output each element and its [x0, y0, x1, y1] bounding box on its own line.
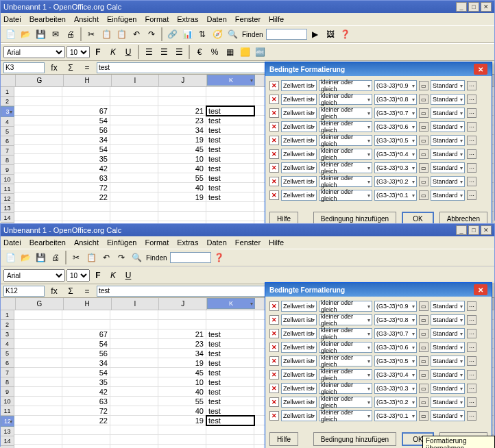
delete-condition-button[interactable]: ✕ — [269, 315, 279, 325]
cell[interactable] — [62, 320, 110, 329]
cell[interactable]: 10 — [158, 377, 206, 387]
new-style-icon[interactable]: ⋯ — [467, 329, 476, 338]
col-head[interactable]: J — [159, 75, 207, 86]
delete-condition-button[interactable]: ✕ — [269, 370, 279, 379]
shrink-icon[interactable]: ▭ — [419, 108, 428, 118]
cell[interactable] — [14, 310, 62, 320]
cell[interactable]: test — [206, 164, 254, 173]
navigator-icon[interactable]: 🧭 — [210, 27, 224, 41]
style-select[interactable]: Standard — [431, 410, 465, 421]
style-select[interactable]: Standard — [431, 356, 465, 366]
style-select[interactable]: Standard — [431, 121, 465, 132]
condition-operator-select[interactable]: kleiner oder gleich — [319, 410, 372, 421]
mail-icon[interactable]: ✉ — [49, 27, 62, 41]
new-style-icon[interactable]: ⋯ — [467, 384, 476, 393]
condition-formula-input[interactable]: (G3-J3)*0.3 — [374, 383, 417, 394]
new-style-icon[interactable]: ⋯ — [467, 397, 476, 407]
shrink-icon[interactable]: ▭ — [419, 397, 428, 407]
sum-icon[interactable]: Σ — [64, 284, 77, 298]
cell[interactable] — [158, 445, 206, 448]
cell[interactable]: test — [206, 416, 254, 425]
condition-formula-input[interactable]: (G3-J3)*0.6 — [374, 342, 417, 353]
cell[interactable] — [14, 445, 62, 448]
condition-operator-select[interactable]: kleiner oder gleich — [319, 190, 372, 201]
cell[interactable]: test — [206, 106, 254, 116]
shrink-icon[interactable]: ▭ — [419, 95, 428, 104]
menu-bearbeiten[interactable]: Bearbeiten — [29, 15, 66, 23]
cell[interactable] — [14, 87, 62, 97]
condition-type-select[interactable]: Zellwert ist — [281, 314, 317, 325]
link-icon[interactable]: 🔗 — [165, 27, 179, 41]
row-head[interactable]: 10 — [1, 397, 14, 406]
cell[interactable]: 35 — [62, 377, 110, 387]
cell[interactable] — [14, 435, 62, 445]
bgcolor-icon[interactable]: 🟨 — [238, 45, 252, 59]
col-head[interactable]: K — [207, 75, 255, 86]
condition-operator-select[interactable]: kleiner oder gleich — [319, 108, 372, 119]
cell[interactable]: test — [206, 135, 254, 145]
new-icon[interactable]: 📄 — [3, 27, 17, 41]
condition-formula-input[interactable]: (G3-J3)*0.5 — [374, 135, 417, 146]
cell[interactable] — [14, 368, 62, 377]
cell[interactable] — [110, 425, 158, 435]
font-size-select[interactable]: 10 — [67, 269, 90, 282]
new-style-icon[interactable]: ⋯ — [467, 95, 476, 104]
cell[interactable] — [14, 116, 62, 125]
cell[interactable] — [62, 212, 110, 221]
row-head[interactable]: 6 — [1, 358, 14, 368]
row-head[interactable]: 5 — [1, 127, 14, 136]
cell[interactable] — [206, 202, 254, 212]
align-left-icon[interactable]: ☰ — [142, 45, 156, 59]
cell[interactable] — [62, 310, 110, 320]
style-select[interactable]: Standard — [431, 176, 465, 187]
cell[interactable] — [14, 202, 62, 212]
menu-daten[interactable]: Daten — [206, 238, 226, 247]
find-input[interactable] — [266, 29, 307, 40]
select-all-corner[interactable] — [1, 298, 16, 310]
add-condition-button[interactable]: Bedingung hinzufügen — [313, 432, 397, 446]
menu-extras[interactable]: Extras — [177, 238, 198, 247]
cell[interactable] — [158, 320, 206, 329]
cell[interactable] — [62, 87, 110, 97]
cell[interactable] — [62, 435, 110, 445]
cell[interactable] — [110, 154, 158, 164]
cell[interactable]: test — [206, 183, 254, 192]
condition-operator-select[interactable]: kleiner oder gleich — [319, 135, 372, 146]
cell[interactable] — [110, 397, 158, 406]
condition-operator-select[interactable]: kleiner oder gleich — [319, 369, 372, 380]
cell[interactable] — [14, 397, 62, 406]
row-head[interactable]: 3 — [1, 106, 14, 117]
col-head[interactable]: G — [16, 75, 64, 86]
cell[interactable]: 42 — [62, 387, 110, 397]
cell[interactable] — [14, 329, 62, 339]
condition-type-select[interactable]: Zellwert ist — [281, 121, 317, 132]
minimize-button[interactable]: _ — [456, 2, 467, 12]
cell[interactable] — [14, 183, 62, 192]
new-style-icon[interactable]: ⋯ — [467, 301, 476, 311]
condition-type-select[interactable]: Zellwert ist — [281, 162, 317, 173]
condition-type-select[interactable]: Zellwert ist — [281, 369, 317, 380]
bold-icon[interactable]: F — [91, 269, 105, 282]
cell[interactable]: 72 — [62, 183, 110, 192]
shrink-icon[interactable]: ▭ — [419, 136, 428, 145]
condition-operator-select[interactable]: kleiner oder gleich — [319, 94, 372, 105]
row-head[interactable]: 8 — [1, 377, 14, 387]
condition-operator-select[interactable]: kleiner oder gleich — [319, 314, 372, 325]
cell[interactable]: test — [206, 387, 254, 397]
cell[interactable] — [110, 329, 158, 339]
condition-type-select[interactable]: Zellwert ist — [281, 108, 317, 119]
menu-format[interactable]: Format — [145, 238, 169, 247]
fx-icon[interactable]: fx — [47, 284, 61, 298]
delete-condition-button[interactable]: ✕ — [269, 356, 279, 366]
cell[interactable]: 21 — [158, 106, 206, 116]
cell[interactable]: 55 — [158, 173, 206, 183]
redo-icon[interactable]: ↷ — [114, 251, 128, 264]
delete-condition-button[interactable]: ✕ — [269, 122, 279, 132]
save-icon[interactable]: 💾 — [34, 27, 47, 41]
cell[interactable]: 40 — [158, 183, 206, 192]
new-style-icon[interactable]: ⋯ — [467, 315, 476, 325]
cell[interactable] — [14, 212, 62, 221]
cell[interactable] — [206, 212, 254, 221]
condition-operator-select[interactable]: kleiner oder gleich — [319, 176, 372, 187]
sort-icon[interactable]: ⇅ — [195, 27, 209, 41]
